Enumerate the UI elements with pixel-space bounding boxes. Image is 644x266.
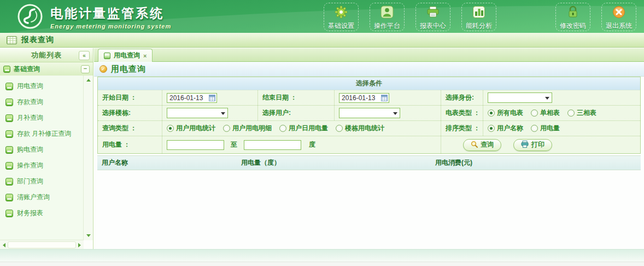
- sidebar-item-label: 存款查询: [17, 97, 43, 107]
- radio-building-power-stats[interactable]: 楼栋用电统计: [336, 124, 384, 133]
- radio-icon[interactable]: [488, 109, 495, 117]
- radio-single-phase[interactable]: 单相表: [531, 108, 560, 118]
- radio-icon[interactable]: [279, 125, 286, 132]
- identity-select[interactable]: [488, 92, 552, 103]
- user-select[interactable]: [339, 108, 400, 118]
- meter-type-label: 电表类型 ：: [446, 108, 480, 118]
- group-title: 基础查询: [14, 65, 40, 74]
- radio-all-meters[interactable]: 所有电表: [488, 108, 523, 118]
- sidebar-item-account-clear-query[interactable]: 清账户查询: [0, 189, 84, 205]
- column-power-cost: 用电消费(元): [431, 158, 641, 167]
- sidebar-item-label: 操作查询: [17, 161, 43, 170]
- tab-label: 用电查询: [114, 51, 140, 60]
- print-button[interactable]: 打印: [513, 139, 552, 151]
- menu-leaf-icon: [5, 178, 13, 186]
- scroll-down-icon[interactable]: [86, 234, 91, 237]
- radio-user-power-stats[interactable]: 用户用电统计: [167, 124, 215, 133]
- menu-leaf-icon: [5, 83, 13, 90]
- usage-to-label: 至: [231, 140, 237, 149]
- module-toolbar: 报表查询: [0, 33, 644, 48]
- radio-user-power-detail[interactable]: 用户用电明细: [223, 124, 272, 133]
- print-icon: [521, 141, 529, 149]
- building-label: 选择楼栋:: [102, 108, 131, 118]
- function-list-title: 功能列表: [31, 50, 62, 60]
- menu-leaf-icon: [5, 99, 13, 106]
- sidebar-item-department-query[interactable]: 部门查询: [0, 174, 84, 189]
- usage-label: 用电量 ：: [102, 140, 130, 149]
- calendar-icon[interactable]: [381, 95, 388, 101]
- nav-basic-settings[interactable]: 基础设置: [324, 3, 359, 31]
- nav-label: 基础设置: [328, 21, 354, 31]
- sidebar-vertical-scrollbar[interactable]: [83, 76, 93, 240]
- sort-type-label: 排序类型 ：: [446, 124, 480, 133]
- report-grid-icon: [7, 36, 17, 44]
- menu-leaf-icon: [5, 194, 13, 201]
- radio-icon[interactable]: [531, 125, 538, 132]
- calendar-icon[interactable]: [209, 95, 215, 101]
- radio-icon[interactable]: [488, 125, 495, 132]
- tab-power-query[interactable]: 用电查询 ×: [98, 49, 153, 62]
- tab-bar: 用电查询 ×: [94, 48, 644, 62]
- column-power-usage: 用电量（度）: [237, 158, 431, 167]
- radio-three-phase[interactable]: 三相表: [567, 108, 596, 118]
- nav-label: 修改密码: [560, 21, 586, 31]
- sidebar-item-label: 用电查询: [17, 82, 43, 91]
- menu-leaf-icon: [5, 130, 13, 138]
- sidebar-item-operation-query[interactable]: 操作查询: [0, 158, 84, 174]
- scrollbar-thumb[interactable]: [8, 241, 76, 248]
- radio-icon[interactable]: [167, 125, 174, 132]
- usage-max-input[interactable]: [244, 140, 301, 150]
- start-date-label: 开始日期 ：: [102, 93, 137, 102]
- radio-icon[interactable]: [336, 125, 343, 132]
- radio-icon[interactable]: [531, 109, 538, 117]
- query-type-label: 查询类型 ：: [102, 124, 137, 133]
- sidebar-collapse-button[interactable]: «: [79, 51, 90, 60]
- sidebar-item-monthly-subsidy-query[interactable]: 月补查询: [0, 110, 84, 126]
- group-book-icon: [3, 66, 10, 73]
- content-area: 选择条件 开始日期 ： 结束日期 ： 选择身份:: [97, 77, 641, 250]
- printer-icon: [426, 5, 440, 21]
- query-button[interactable]: 查询: [463, 139, 501, 151]
- column-user-name: 用户名称: [97, 158, 237, 167]
- radio-sort-usage[interactable]: 用电量: [531, 124, 560, 133]
- scroll-left-icon[interactable]: [3, 243, 5, 247]
- gear-icon: [334, 5, 348, 21]
- nav-label: 操作平台: [374, 21, 400, 31]
- sidebar-item-purchase-query[interactable]: 购电查询: [0, 142, 84, 158]
- nav-energy-analysis[interactable]: 能耗分析: [461, 3, 496, 31]
- scroll-right-icon[interactable]: [78, 243, 81, 247]
- sidebar-item-financial-report[interactable]: 财务报表: [0, 205, 84, 221]
- sidebar-item-deposit-correction-query[interactable]: 存款 月补修正查询: [0, 126, 84, 142]
- function-list-header: 功能列表 «: [0, 48, 93, 62]
- building-select[interactable]: [167, 108, 228, 118]
- radio-sort-username[interactable]: 用户名称: [488, 124, 523, 133]
- tab-close-icon[interactable]: ×: [143, 53, 147, 59]
- radio-icon[interactable]: [223, 125, 230, 132]
- app-title: 电能计量监管系统: [50, 5, 171, 22]
- radio-user-daily-power[interactable]: 用户日用电量: [279, 124, 328, 133]
- sidebar-horizontal-scrollbar[interactable]: [0, 240, 84, 250]
- brand: 电能计量监管系统 Energy metering monitoring syst…: [50, 5, 171, 30]
- user-label: 选择用户:: [262, 108, 291, 118]
- usage-min-input[interactable]: [167, 140, 224, 150]
- scroll-up-icon[interactable]: [86, 79, 91, 82]
- nav-exit-system[interactable]: 退出系统: [601, 3, 636, 31]
- bar-chart-icon: [472, 5, 486, 21]
- radio-icon[interactable]: [567, 109, 575, 117]
- group-basic-query[interactable]: 基础查询 −: [0, 62, 93, 76]
- section-header: 选择条件: [98, 77, 640, 90]
- nav-operation-platform[interactable]: 操作平台: [370, 3, 405, 31]
- identity-label: 选择身份:: [446, 93, 474, 102]
- lock-icon: [566, 5, 580, 21]
- main-panel: 用电查询 × ✓ 用电查询 选择条件 开始日期 ： 结束日期 ：: [94, 48, 644, 250]
- query-form: 选择条件 开始日期 ： 结束日期 ： 选择身份:: [97, 77, 641, 154]
- tab-doc-icon: [104, 53, 110, 59]
- nav-change-password[interactable]: 修改密码: [555, 3, 590, 31]
- group-collapse-button[interactable]: −: [81, 65, 90, 73]
- nav-label: 退出系统: [606, 21, 632, 31]
- sidebar-item-deposit-query[interactable]: 存款查询: [0, 94, 84, 110]
- form-row-dates: 开始日期 ： 结束日期 ： 选择身份:: [98, 90, 640, 105]
- end-date-label: 结束日期 ：: [262, 93, 297, 102]
- nav-report-center[interactable]: 报表中心: [415, 3, 450, 31]
- sidebar-item-power-query[interactable]: 用电查询: [0, 78, 84, 94]
